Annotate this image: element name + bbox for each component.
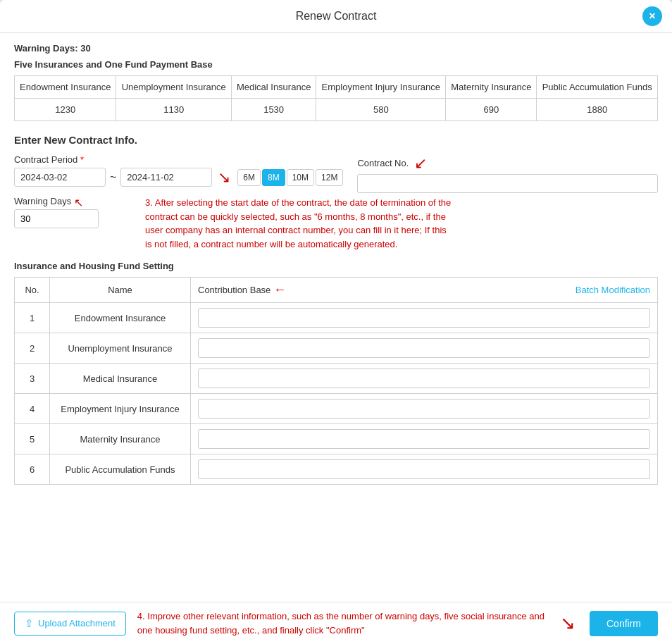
renew-contract-modal: Renew Contract × Warning Days: 30 Five I… <box>0 0 672 644</box>
row-name: Public Accumulation Funds <box>50 454 191 485</box>
contract-no-input[interactable] <box>357 174 658 193</box>
row-contribution <box>191 364 658 394</box>
col-endowment: Endowment Insurance <box>15 76 116 99</box>
quick-6m-btn[interactable]: 6M <box>237 169 261 186</box>
contribution-base-label: Contribution Base <box>198 285 270 295</box>
tooltip-warning-row: Warning Days ↖ 3. After selecting the st… <box>14 196 658 251</box>
table-row: 1 Endowment Insurance <box>15 303 658 333</box>
row-contribution <box>191 424 658 454</box>
row-name: Maternity Insurance <box>50 424 191 454</box>
upload-icon: ⇧ <box>25 617 34 630</box>
quick-8m-btn[interactable]: 8M <box>262 169 285 186</box>
row-no: 4 <box>15 394 50 424</box>
top-warning-days: Warning Days: 30 <box>14 43 658 54</box>
row-name: Medical Insurance <box>50 364 191 394</box>
val-medical: 1530 <box>232 99 316 121</box>
col-unemployment: Unemployment Insurance <box>116 76 232 99</box>
modal-body: Warning Days: 30 Five Insurances and One… <box>0 33 672 602</box>
footer-tooltip-4: 4. Improve other relevant information, s… <box>137 609 549 637</box>
arrow-to-confirm: ↘ <box>560 612 575 634</box>
five-insurance-title: Five Insurances and One Fund Payment Bas… <box>14 59 658 70</box>
modal-title: Renew Contract <box>296 10 377 23</box>
batch-modification-link[interactable]: Batch Modification <box>575 285 650 295</box>
row-no: 5 <box>15 424 50 454</box>
table-row: 3 Medical Insurance <box>15 364 658 394</box>
end-date-input[interactable] <box>120 168 212 187</box>
warning-days-input[interactable] <box>14 209 99 228</box>
fund-name-header: Name <box>50 278 191 303</box>
row-contribution <box>191 333 658 364</box>
contribution-input[interactable] <box>198 369 650 388</box>
col-medical: Medical Insurance <box>232 76 316 99</box>
table-row: 2 Unemployment Insurance <box>15 333 658 364</box>
table-row: 6 Public Accumulation Funds <box>15 454 658 485</box>
close-button[interactable]: × <box>642 6 662 26</box>
tilde-separator: ~ <box>108 171 118 184</box>
row-name: Endowment Insurance <box>50 303 191 333</box>
row-no: 1 <box>15 303 50 333</box>
row-contribution <box>191 394 658 424</box>
quick-10m-btn[interactable]: 10M <box>287 169 314 186</box>
row-no: 6 <box>15 454 50 485</box>
val-accumulation: 1880 <box>537 99 658 121</box>
fund-contribution-header: Contribution Base ← Batch Modification <box>191 278 658 303</box>
table-row: 4 Employment Injury Insurance <box>15 394 658 424</box>
row-contribution <box>191 454 658 485</box>
contract-no-col: Contract No. ↙ <box>357 154 658 193</box>
insurance-fund-section: Insurance and Housing Fund Setting No. N… <box>14 261 658 485</box>
insurance-fund-title: Insurance and Housing Fund Setting <box>14 261 658 271</box>
tooltip-3: 3. After selecting the start date of the… <box>145 196 455 251</box>
row-contribution <box>191 303 658 333</box>
row-name: Unemployment Insurance <box>50 333 191 364</box>
confirm-button[interactable]: Confirm <box>590 611 658 636</box>
quick-12m-btn[interactable]: 12M <box>316 169 343 186</box>
val-endowment: 1230 <box>15 99 116 121</box>
contract-period-label: Contract Period * <box>14 154 343 165</box>
table-row: 5 Maternity Insurance <box>15 424 658 454</box>
warning-days-field: Warning Days ↖ <box>14 196 127 228</box>
insurance-fund-table: No. Name Contribution Base ← Batch Modif… <box>14 277 658 485</box>
contribution-input[interactable] <box>198 429 650 449</box>
start-date-input[interactable] <box>14 168 106 187</box>
contribution-input[interactable] <box>198 399 650 419</box>
col-employment-injury: Employment Injury Insurance <box>316 76 446 99</box>
arrow-to-quick: ↘ <box>218 168 230 187</box>
fund-no-header: No. <box>15 278 50 303</box>
contract-fields-row: Contract Period * ~ ↘ 6M 8M 10M 12M <box>14 154 658 193</box>
required-star: * <box>80 154 84 165</box>
contribution-input[interactable] <box>198 338 650 358</box>
contribution-arrow: ← <box>273 283 286 297</box>
val-employment-injury: 580 <box>316 99 446 121</box>
modal-footer: ⇧ Upload Attachment 4. Improve other rel… <box>0 602 672 644</box>
warning-days-arrow: ↖ <box>74 196 83 209</box>
new-contract-title: Enter New Contract Info. <box>14 134 658 146</box>
row-name: Employment Injury Insurance <box>50 394 191 424</box>
row-no: 3 <box>15 364 50 394</box>
period-inputs-wrapper: ~ ↘ 6M 8M 10M 12M <box>14 168 343 187</box>
arrow-to-contract-no: ↙ <box>414 154 427 173</box>
warning-days-value: 30 <box>80 43 90 54</box>
val-unemployment: 1130 <box>116 99 232 121</box>
row-no: 2 <box>15 333 50 364</box>
val-maternity: 690 <box>446 99 537 121</box>
contribution-input[interactable] <box>198 308 650 328</box>
insurance-payment-table: Endowment Insurance Unemployment Insuran… <box>14 75 658 121</box>
contribution-header-row: Contribution Base ← Batch Modification <box>198 283 650 297</box>
col-accumulation: Public Accumulation Funds <box>537 76 658 99</box>
col-maternity: Maternity Insurance <box>446 76 537 99</box>
fund-table-body: 1 Endowment Insurance 2 Unemployment Ins… <box>15 303 658 485</box>
contract-no-label: Contract No. <box>357 158 409 168</box>
modal-header: Renew Contract × <box>0 0 672 33</box>
quick-select-buttons: 6M 8M 10M 12M <box>237 169 343 186</box>
warning-days-label: Warning Days: <box>14 43 78 54</box>
contract-period-col: Contract Period * ~ ↘ 6M 8M 10M 12M <box>14 154 343 187</box>
contribution-input[interactable] <box>198 459 650 479</box>
warning-days-field-label: Warning Days <box>14 196 71 206</box>
upload-label: Upload Attachment <box>38 618 116 628</box>
upload-attachment-button[interactable]: ⇧ Upload Attachment <box>14 612 126 636</box>
